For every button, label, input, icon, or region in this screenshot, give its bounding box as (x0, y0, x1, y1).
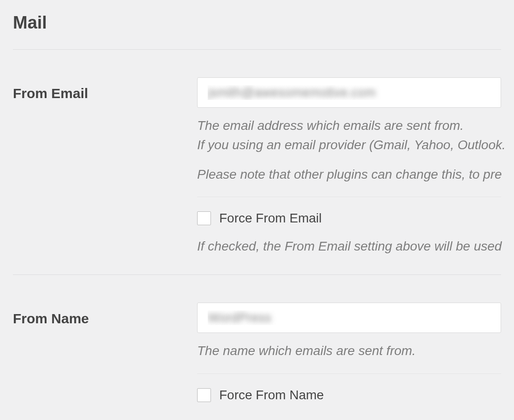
from-name-input[interactable] (197, 303, 501, 333)
from-email-desc-3: Please note that other plugins can chang… (197, 166, 501, 183)
from-email-label: From Email (13, 77, 197, 101)
from-name-control: The name which emails are sent from. For… (197, 303, 501, 402)
from-name-desc-1: The name which emails are sent from. (197, 342, 501, 360)
from-email-input[interactable] (197, 77, 501, 108)
section-title: Mail (13, 0, 501, 49)
force-from-name-checkbox[interactable] (197, 388, 211, 402)
from-email-desc-2: If you using an email provider (Gmail, Y… (197, 136, 501, 154)
from-name-row: From Name The name which emails are sent… (13, 275, 501, 402)
from-name-label: From Name (13, 303, 197, 327)
force-from-email-wrap: Force From Email (197, 211, 501, 226)
force-from-name-wrap: Force From Name (197, 388, 501, 402)
force-from-email-desc: If checked, the From Email setting above… (197, 238, 501, 255)
from-name-sub-divider (197, 373, 501, 374)
force-from-email-checkbox[interactable] (197, 211, 211, 225)
force-from-name-label[interactable]: Force From Name (219, 388, 324, 402)
force-from-email-label[interactable]: Force From Email (219, 211, 321, 226)
from-email-row: From Email The email address which email… (13, 50, 501, 255)
from-email-desc-1: The email address which emails are sent … (197, 117, 501, 134)
from-email-control: The email address which emails are sent … (197, 77, 501, 255)
from-email-sub-divider (197, 197, 501, 197)
